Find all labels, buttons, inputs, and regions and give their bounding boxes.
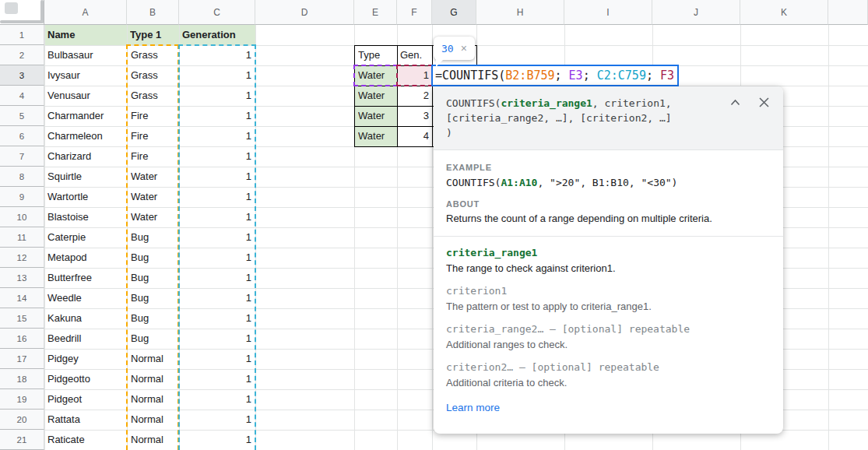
column-header-G[interactable]: G bbox=[432, 0, 476, 25]
cell-F5[interactable]: 3 bbox=[397, 106, 432, 126]
row-header-11[interactable]: 11 bbox=[0, 227, 44, 248]
cell-C3[interactable]: 1 bbox=[179, 65, 255, 86]
cell-B11[interactable]: Bug bbox=[131, 227, 177, 248]
row-header-9[interactable]: 9 bbox=[0, 187, 44, 207]
cell-A8[interactable]: Squirtle bbox=[47, 167, 125, 187]
column-header-B[interactable]: B bbox=[127, 0, 179, 25]
cell-B21[interactable]: Normal bbox=[131, 430, 177, 450]
cell-B2[interactable]: Grass bbox=[131, 45, 177, 65]
column-header-E[interactable]: E bbox=[354, 0, 397, 25]
cell-A17[interactable]: Pidgey bbox=[47, 349, 125, 369]
cell-F2[interactable]: Gen. bbox=[400, 45, 431, 65]
row-header-18[interactable]: 18 bbox=[0, 369, 44, 389]
cell-A5[interactable]: Charmander bbox=[47, 106, 125, 126]
cell-A21[interactable]: Raticate bbox=[47, 430, 125, 450]
cell-B5[interactable]: Fire bbox=[131, 106, 177, 126]
cell-B15[interactable]: Bug bbox=[131, 308, 177, 329]
row-header-16[interactable]: 16 bbox=[0, 329, 44, 349]
close-icon[interactable] bbox=[759, 97, 769, 107]
cell-E6[interactable]: Water bbox=[358, 126, 395, 146]
cell-A2[interactable]: Bulbasaur bbox=[47, 45, 125, 65]
column-header-partial[interactable] bbox=[828, 0, 868, 25]
row-header-4[interactable]: 4 bbox=[0, 86, 44, 106]
cell-B1[interactable]: Type 1 bbox=[130, 25, 177, 45]
cell-C15[interactable]: 1 bbox=[179, 308, 255, 329]
cell-B4[interactable]: Grass bbox=[131, 86, 177, 106]
cell-B9[interactable]: Water bbox=[131, 187, 177, 207]
cell-F4[interactable]: 2 bbox=[397, 86, 432, 106]
cell-C18[interactable]: 1 bbox=[179, 369, 255, 389]
cell-C21[interactable]: 1 bbox=[179, 430, 255, 450]
learn-more-link[interactable]: Learn more bbox=[446, 402, 500, 413]
column-header-K[interactable]: K bbox=[740, 0, 828, 25]
cell-E5[interactable]: Water bbox=[358, 106, 395, 126]
row-header-7[interactable]: 7 bbox=[0, 146, 44, 167]
row-header-1[interactable]: 1 bbox=[0, 25, 44, 45]
cell-C17[interactable]: 1 bbox=[179, 349, 255, 369]
cell-B7[interactable]: Fire bbox=[131, 146, 177, 167]
cell-A16[interactable]: Beedrill bbox=[47, 329, 125, 349]
row-header-3[interactable]: 3 bbox=[0, 65, 44, 86]
column-header-H[interactable]: H bbox=[476, 0, 564, 25]
cell-E2[interactable]: Type bbox=[358, 45, 395, 65]
cell-C6[interactable]: 1 bbox=[179, 126, 255, 146]
cell-A6[interactable]: Charmeleon bbox=[47, 126, 125, 146]
cell-C2[interactable]: 1 bbox=[179, 45, 255, 65]
collapse-chevron-icon[interactable] bbox=[730, 99, 740, 106]
column-header-A[interactable]: A bbox=[44, 0, 127, 25]
cell-C7[interactable]: 1 bbox=[179, 146, 255, 167]
cell-A15[interactable]: Kakuna bbox=[47, 308, 125, 329]
cell-A10[interactable]: Blastoise bbox=[47, 207, 125, 227]
formula-edit-cell[interactable]: =COUNTIFS(B2:B759; E3; C2:C759; F3 bbox=[431, 65, 679, 86]
cell-A19[interactable]: Pidgeot bbox=[47, 389, 125, 410]
row-header-2[interactable]: 2 bbox=[0, 45, 44, 65]
column-header-D[interactable]: D bbox=[255, 0, 354, 25]
row-header-10[interactable]: 10 bbox=[0, 207, 44, 227]
cell-B19[interactable]: Normal bbox=[131, 389, 177, 410]
cell-B3[interactable]: Grass bbox=[131, 65, 177, 86]
cell-C12[interactable]: 1 bbox=[179, 248, 255, 268]
cell-C11[interactable]: 1 bbox=[179, 227, 255, 248]
column-header-J[interactable]: J bbox=[652, 0, 740, 25]
cell-A7[interactable]: Charizard bbox=[47, 146, 125, 167]
row-header-19[interactable]: 19 bbox=[0, 389, 44, 410]
cell-F3[interactable]: 1 bbox=[397, 65, 432, 86]
row-header-6[interactable]: 6 bbox=[0, 126, 44, 146]
row-header-21[interactable]: 21 bbox=[0, 430, 44, 450]
cell-B6[interactable]: Fire bbox=[131, 126, 177, 146]
cell-C4[interactable]: 1 bbox=[179, 86, 255, 106]
cell-B20[interactable]: Normal bbox=[131, 410, 177, 430]
cell-F6[interactable]: 4 bbox=[397, 126, 432, 146]
row-header-5[interactable]: 5 bbox=[0, 106, 44, 126]
row-header-13[interactable]: 13 bbox=[0, 268, 44, 288]
row-header-8[interactable]: 8 bbox=[0, 167, 44, 187]
cell-B18[interactable]: Normal bbox=[131, 369, 177, 389]
cell-A9[interactable]: Wartortle bbox=[47, 187, 125, 207]
cell-C13[interactable]: 1 bbox=[179, 268, 255, 288]
cell-C10[interactable]: 1 bbox=[179, 207, 255, 227]
cell-C16[interactable]: 1 bbox=[179, 329, 255, 349]
row-header-14[interactable]: 14 bbox=[0, 288, 44, 308]
row-header-20[interactable]: 20 bbox=[0, 410, 44, 430]
row-header-17[interactable]: 17 bbox=[0, 349, 44, 369]
cell-C5[interactable]: 1 bbox=[179, 106, 255, 126]
cell-B13[interactable]: Bug bbox=[131, 268, 177, 288]
cell-C19[interactable]: 1 bbox=[179, 389, 255, 410]
row-header-12[interactable]: 12 bbox=[0, 248, 44, 268]
column-header-I[interactable]: I bbox=[564, 0, 652, 25]
cell-B16[interactable]: Bug bbox=[131, 329, 177, 349]
cell-B17[interactable]: Normal bbox=[131, 349, 177, 369]
cell-C20[interactable]: 1 bbox=[179, 410, 255, 430]
chip-close-icon[interactable]: × bbox=[461, 43, 467, 54]
cell-B14[interactable]: Bug bbox=[131, 288, 177, 308]
cell-B10[interactable]: Water bbox=[131, 207, 177, 227]
cell-A3[interactable]: Ivysaur bbox=[47, 65, 125, 86]
cell-E3[interactable]: Water bbox=[358, 65, 395, 86]
cell-A20[interactable]: Rattata bbox=[47, 410, 125, 430]
cell-A4[interactable]: Venusaur bbox=[47, 86, 125, 106]
cell-A12[interactable]: Metapod bbox=[47, 248, 125, 268]
column-header-C[interactable]: C bbox=[179, 0, 255, 25]
cell-C8[interactable]: 1 bbox=[179, 167, 255, 187]
cell-A18[interactable]: Pidgeotto bbox=[47, 369, 125, 389]
cell-C1[interactable]: Generation bbox=[182, 25, 254, 45]
